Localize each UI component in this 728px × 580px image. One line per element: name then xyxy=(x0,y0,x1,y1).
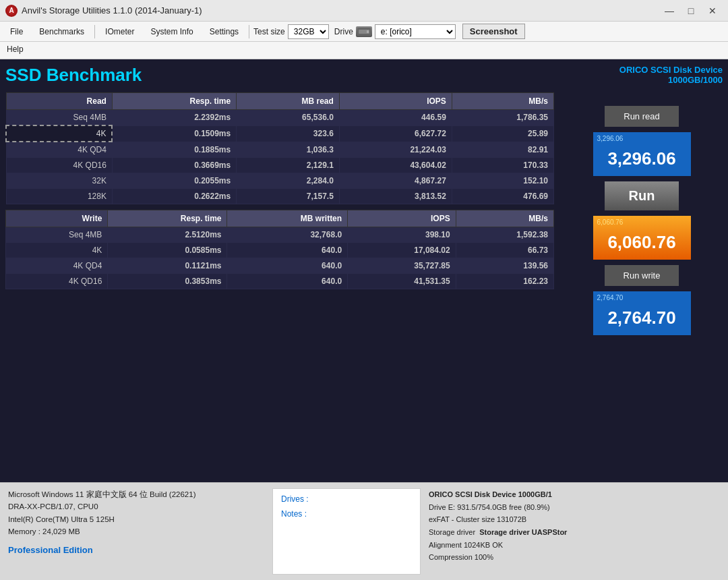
menu-settings[interactable]: Settings xyxy=(202,24,246,40)
read-row-2-mb: 1,036.3 xyxy=(237,142,340,158)
read-row-2-iops: 21,224.03 xyxy=(339,142,452,158)
controls-section: Run read 3,296.06 3,296.06 Run 6,060.76 … xyxy=(561,92,723,477)
status-alignment: Alignment 1024KB OK xyxy=(429,539,720,552)
test-size-label: Test size xyxy=(253,27,285,36)
drive-label: Drive xyxy=(334,27,353,36)
read-score-small-label: 3,296.06 xyxy=(597,135,624,142)
menu-separator-2 xyxy=(249,25,249,38)
drives-label: Drives : xyxy=(281,494,412,504)
read-row-1-resp: 0.1509ms xyxy=(112,125,236,142)
status-exfat: exFAT - Cluster size 131072B xyxy=(429,513,720,526)
write-row-2-label: 4K QD4 xyxy=(6,258,108,274)
write-row-2-iops: 35,727.85 xyxy=(348,258,456,274)
write-score-value: 2,764.70 xyxy=(604,308,680,328)
read-row-0-mb: 65,536.0 xyxy=(237,110,340,126)
professional-edition-label: Professional Edition xyxy=(8,544,264,558)
drive-select[interactable]: e: [orico] xyxy=(375,24,456,39)
write-row-1-iops: 17,084.02 xyxy=(348,243,456,258)
status-device-title: ORICO SCSI Disk Device 1000GB/1 xyxy=(429,488,720,501)
read-row-4-label: 32K xyxy=(6,173,112,189)
write-row-0-mbs: 1,592.38 xyxy=(456,227,553,243)
write-row-3-mb: 640.0 xyxy=(227,274,348,289)
total-score-box: 6,060.76 6,060.76 xyxy=(593,216,691,260)
write-row-2-mb: 640.0 xyxy=(227,258,348,274)
help-bar: Help xyxy=(0,42,728,59)
write-header-resp: Resp. time xyxy=(108,210,227,227)
write-header-iops: IOPS xyxy=(348,210,456,227)
read-row-3-mbs: 170.33 xyxy=(452,158,553,173)
menu-benchmarks[interactable]: Benchmarks xyxy=(32,24,92,40)
read-row-0-mbs: 1,786.35 xyxy=(452,110,553,126)
write-row-3-mbs: 162.23 xyxy=(456,274,553,289)
help-label[interactable]: Help xyxy=(7,45,24,54)
minimize-button[interactable]: — xyxy=(659,3,679,18)
tables-section: Read Resp. time MB read IOPS MB/s Seq 4M… xyxy=(5,92,554,477)
read-row-4-iops: 4,867.27 xyxy=(339,173,452,189)
write-row-2-mbs: 139.56 xyxy=(456,258,553,274)
sys-line-2: DRA-XX-PCB/1.07, CPU0 xyxy=(8,500,264,513)
read-row-4-mbs: 152.10 xyxy=(452,173,553,189)
run-write-button[interactable]: Run write xyxy=(605,265,679,286)
menu-iometer[interactable]: IOmeter xyxy=(98,24,142,40)
write-row-1-mb: 640.0 xyxy=(227,243,348,258)
menu-file[interactable]: File xyxy=(3,24,30,40)
write-row-1-label: 4K xyxy=(6,243,108,258)
write-row-3-label: 4K QD16 xyxy=(6,274,108,289)
status-drive-e: Drive E: 931.5/754.0GB free (80.9%) xyxy=(429,501,720,514)
write-header-mb: MB written xyxy=(227,210,348,227)
title-bar: A Anvil's Storage Utilities 1.1.0 (2014-… xyxy=(0,0,728,22)
menu-separator-1 xyxy=(94,25,95,38)
benchmark-title: SSD Benchmark xyxy=(5,65,142,86)
table-row: 32K 0.2055ms 2,284.0 4,867.27 152.10 xyxy=(6,173,554,189)
read-row-3-resp: 0.3669ms xyxy=(112,158,236,173)
test-size-select[interactable]: 32GB 1GB 4GB 8GB xyxy=(288,24,329,39)
read-row-2-resp: 0.1885ms xyxy=(112,142,236,158)
svg-rect-2 xyxy=(367,30,369,33)
read-row-3-iops: 43,604.02 xyxy=(339,158,452,173)
table-row: 4K 0.0585ms 640.0 17,084.02 66.73 xyxy=(6,243,554,258)
maximize-button[interactable]: □ xyxy=(681,3,701,18)
device-name: ORICO SCSI Disk Device xyxy=(619,65,723,75)
read-row-3-label: 4K QD16 xyxy=(6,158,112,173)
run-read-button[interactable]: Run read xyxy=(605,106,679,127)
title-bar-left: A Anvil's Storage Utilities 1.1.0 (2014-… xyxy=(5,5,202,17)
app-title: Anvil's Storage Utilities 1.1.0 (2014-Ja… xyxy=(22,5,202,16)
status-left: Microsoft Windows 11 家庭中文版 64 位 Build (2… xyxy=(8,488,264,575)
read-row-0-iops: 446.59 xyxy=(339,110,452,126)
read-row-4-mb: 2,284.0 xyxy=(237,173,340,189)
table-row: 128K 0.2622ms 7,157.5 3,813.52 476.69 xyxy=(6,189,554,204)
table-row: Seq 4MB 2.5120ms 32,768.0 398.10 1,592.3… xyxy=(6,227,554,243)
menu-bar: File Benchmarks IOmeter System Info Sett… xyxy=(0,22,728,42)
read-row-5-label: 128K xyxy=(6,189,112,204)
tables-and-controls: Read Resp. time MB read IOPS MB/s Seq 4M… xyxy=(5,92,723,477)
read-row-0-label: Seq 4MB xyxy=(6,110,112,126)
total-score-small-label: 6,060.76 xyxy=(597,219,624,226)
read-row-1-mb: 323.6 xyxy=(237,125,340,142)
status-drives-box: Drives : Notes : xyxy=(272,488,421,575)
read-row-5-iops: 3,813.52 xyxy=(339,189,452,204)
table-row: Seq 4MB 2.2392ms 65,536.0 446.59 1,786.3… xyxy=(6,110,554,126)
read-header-iops: IOPS xyxy=(339,93,452,110)
table-row: 4K QD4 0.1885ms 1,036.3 21,224.03 82.91 xyxy=(6,142,554,158)
run-button[interactable]: Run xyxy=(605,181,679,210)
status-bar: Microsoft Windows 11 家庭中文版 64 位 Build (2… xyxy=(0,482,728,580)
drive-group: Drive e: [orico] xyxy=(334,24,456,39)
write-score-box: 2,764.70 2,764.70 xyxy=(593,291,691,335)
write-header-mbs: MB/s xyxy=(456,210,553,227)
read-row-5-mbs: 476.69 xyxy=(452,189,553,204)
menu-system-info[interactable]: System Info xyxy=(143,24,200,40)
screenshot-button[interactable]: Screenshot xyxy=(462,24,525,39)
read-row-2-mbs: 82.91 xyxy=(452,142,553,158)
status-right: ORICO SCSI Disk Device 1000GB/1 Drive E:… xyxy=(429,488,720,575)
close-button[interactable]: ✕ xyxy=(702,3,723,18)
table-row: 4K QD16 0.3669ms 2,129.1 43,604.02 170.3… xyxy=(6,158,554,173)
read-header-mb: MB read xyxy=(237,93,340,110)
write-row-3-iops: 41,531.35 xyxy=(348,274,456,289)
status-compression: Compression 100% xyxy=(429,551,720,564)
read-table: Read Resp. time MB read IOPS MB/s Seq 4M… xyxy=(5,92,554,204)
sys-line-1: Microsoft Windows 11 家庭中文版 64 位 Build (2… xyxy=(8,488,264,500)
write-header-label: Write xyxy=(6,210,108,227)
table-row: 4K QD16 0.3853ms 640.0 41,531.35 162.23 xyxy=(6,274,554,289)
device-size: 1000GB/1000 xyxy=(619,75,723,85)
write-row-1-mbs: 66.73 xyxy=(456,243,553,258)
